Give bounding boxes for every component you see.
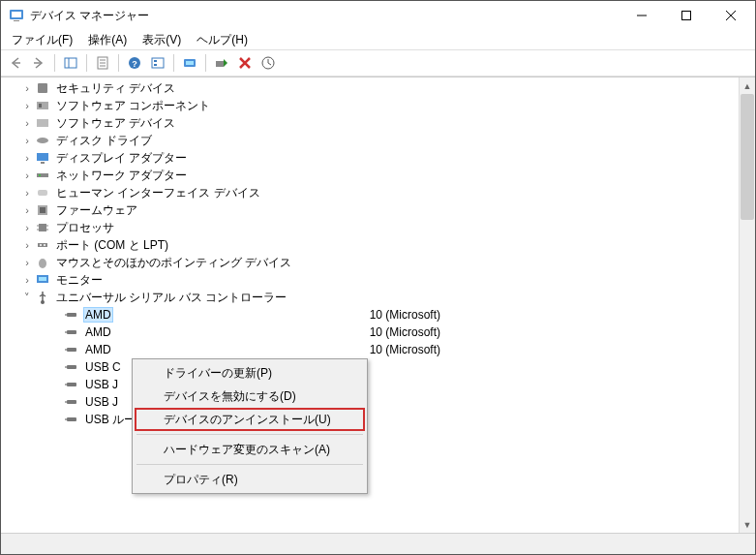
- vertical-scrollbar[interactable]: ▲ ▼: [739, 77, 755, 533]
- svg-rect-48: [39, 277, 46, 281]
- device-icon: [64, 359, 79, 375]
- category-label: プロセッサ: [54, 220, 116, 236]
- svg-rect-62: [67, 417, 76, 421]
- tree-category[interactable]: ›セキュリティ デバイス: [3, 79, 739, 97]
- tree-device[interactable]: AMD10 (Microsoft): [3, 324, 739, 341]
- tree-category[interactable]: ›モニター: [3, 271, 739, 289]
- svg-text:?: ?: [132, 59, 137, 69]
- category-icon: [35, 150, 50, 166]
- tree-category[interactable]: ›ソフトウェア デバイス: [3, 114, 739, 132]
- category-label: ポート (COM と LPT): [54, 237, 170, 254]
- device-icon: [64, 342, 79, 357]
- tree-category[interactable]: ›ヒューマン インターフェイス デバイス: [3, 184, 739, 201]
- tree-device[interactable]: AMD10 (Microsoft): [3, 306, 739, 324]
- tree-device[interactable]: USB J: [3, 393, 739, 411]
- show-hide-tree-button[interactable]: [60, 52, 81, 74]
- update-driver-button[interactable]: [257, 52, 279, 74]
- tree-category[interactable]: ›ディスク ドライブ: [3, 132, 739, 149]
- properties-button[interactable]: [92, 52, 113, 74]
- scroll-up-icon[interactable]: ▲: [740, 77, 755, 94]
- spacer: [49, 308, 63, 322]
- svg-rect-38: [39, 224, 46, 231]
- category-label: ソフトウェア コンポーネント: [54, 98, 212, 114]
- expand-icon[interactable]: ›: [20, 273, 34, 287]
- expand-icon[interactable]: ˅: [20, 291, 34, 304]
- category-icon: [35, 168, 50, 183]
- window-title: デバイス マネージャー: [30, 8, 620, 24]
- forward-button[interactable]: [28, 52, 49, 74]
- tree-device[interactable]: USB ルート ハブ (USB 3.0): [3, 411, 739, 428]
- expand-icon[interactable]: ›: [20, 169, 34, 182]
- device-icon: [64, 377, 79, 392]
- context-menu-item[interactable]: ハードウェア変更のスキャン(A): [135, 438, 365, 461]
- svg-rect-52: [67, 330, 76, 334]
- enable-device-button[interactable]: [211, 52, 232, 74]
- scan-hardware-button[interactable]: [179, 52, 200, 74]
- category-icon: [35, 290, 50, 305]
- svg-rect-18: [154, 60, 157, 62]
- context-menu-item[interactable]: プロパティ(R): [135, 468, 365, 491]
- scroll-down-icon[interactable]: ▼: [740, 516, 755, 533]
- context-menu-item[interactable]: デバイスのアンインストール(U): [135, 408, 365, 431]
- uninstall-device-button[interactable]: [234, 52, 256, 74]
- minimize-button[interactable]: [620, 1, 664, 30]
- svg-point-45: [44, 244, 45, 246]
- category-label: セキュリティ デバイス: [54, 80, 177, 97]
- scroll-thumb[interactable]: [741, 94, 754, 220]
- maximize-button[interactable]: [664, 1, 709, 30]
- spacer: [49, 325, 63, 339]
- expand-icon[interactable]: ›: [20, 221, 34, 234]
- device-manager-window: デバイス マネージャー ファイル(F) 操作(A) 表示(V) ヘルプ(H) ?: [0, 0, 756, 555]
- close-button[interactable]: [709, 1, 753, 30]
- context-menu-item[interactable]: ドライバーの更新(P): [135, 361, 365, 385]
- svg-rect-28: [39, 104, 42, 108]
- menu-view[interactable]: 表示(V): [136, 31, 188, 49]
- category-icon: [35, 98, 50, 113]
- category-icon: [35, 80, 50, 96]
- tree-category[interactable]: ›マウスとそのほかのポインティング デバイス: [3, 254, 739, 271]
- back-button[interactable]: [5, 52, 26, 74]
- expand-icon[interactable]: ›: [20, 99, 34, 112]
- tree-category[interactable]: ›ソフトウェア コンポーネント: [3, 97, 739, 114]
- tree-category[interactable]: ›プロセッサ: [3, 219, 739, 236]
- expand-icon[interactable]: ›: [20, 116, 34, 130]
- menu-action[interactable]: 操作(A): [81, 31, 134, 49]
- menu-help[interactable]: ヘルプ(H): [190, 31, 255, 49]
- tree-category[interactable]: ›ファームウェア: [3, 201, 739, 219]
- expand-icon[interactable]: ›: [20, 134, 34, 147]
- device-suffix: 10 (Microsoft): [370, 308, 440, 322]
- tree-category[interactable]: ˅ユニバーサル シリアル バス コントローラー: [3, 289, 739, 306]
- expand-icon[interactable]: ›: [20, 238, 34, 252]
- category-label: ソフトウェア デバイス: [54, 115, 177, 132]
- category-icon: [35, 185, 50, 200]
- category-label: ユニバーサル シリアル バス コントローラー: [54, 290, 288, 306]
- tree-device[interactable]: USB J: [3, 376, 739, 393]
- expand-icon[interactable]: ›: [20, 186, 34, 200]
- device-tree[interactable]: ›セキュリティ デバイス›ソフトウェア コンポーネント›ソフトウェア デバイス›…: [1, 77, 739, 533]
- tree-category[interactable]: ›ディスプレイ アダプター: [3, 149, 739, 167]
- tree-category[interactable]: ›ネットワーク アダプター: [3, 167, 739, 184]
- menu-file[interactable]: ファイル(F): [5, 31, 79, 49]
- tree-device[interactable]: USB C: [3, 358, 739, 376]
- expand-icon[interactable]: ›: [20, 151, 34, 165]
- tree-device[interactable]: AMD10 (Microsoft): [3, 341, 739, 358]
- category-label: ディスプレイ アダプター: [54, 150, 189, 167]
- action-button[interactable]: [147, 52, 168, 74]
- toolbar-separator: [118, 54, 119, 72]
- titlebar: デバイス マネージャー: [1, 1, 755, 30]
- svg-rect-19: [154, 64, 157, 66]
- context-menu-item[interactable]: デバイスを無効にする(D): [135, 385, 365, 408]
- window-controls: [620, 1, 753, 30]
- tree-category[interactable]: ›ポート (COM と LPT): [3, 236, 739, 254]
- svg-rect-4: [682, 12, 691, 20]
- expand-icon[interactable]: ›: [20, 203, 34, 217]
- device-label: USB J: [83, 395, 120, 409]
- expand-icon[interactable]: ›: [20, 256, 34, 269]
- spacer: [49, 395, 63, 409]
- category-icon: [35, 115, 50, 131]
- svg-rect-2: [14, 20, 19, 21]
- help-button[interactable]: ?: [124, 52, 145, 74]
- expand-icon[interactable]: ›: [20, 81, 34, 95]
- svg-point-44: [40, 244, 42, 246]
- svg-rect-31: [37, 153, 48, 161]
